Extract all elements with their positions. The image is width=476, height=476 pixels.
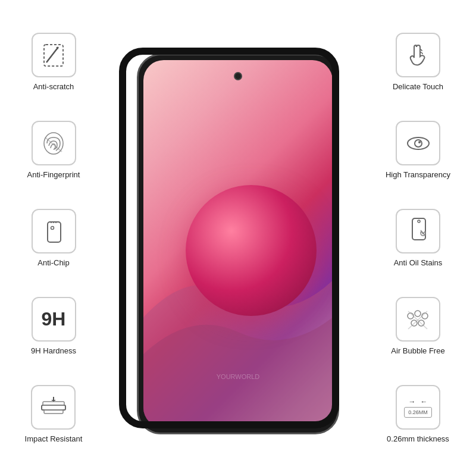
svg-rect-5	[48, 222, 61, 242]
arrow-right: ←	[420, 397, 427, 406]
high-transparency-icon-box	[396, 121, 440, 165]
9h-hardness-label: 9H Hardness	[31, 346, 76, 355]
feature-high-transparency: High Transparency	[386, 121, 450, 179]
phone-wrapper: YOURWORLD	[137, 36, 339, 440]
impact-icon	[38, 393, 69, 422]
scratch-icon	[39, 41, 68, 70]
air-bubble-label: Air Bubble Free	[391, 346, 444, 355]
svg-rect-10	[42, 405, 65, 410]
svg-point-17	[418, 141, 421, 143]
svg-point-22	[415, 311, 421, 317]
anti-chip-label: Anti-Chip	[37, 258, 69, 267]
chip-icon	[39, 217, 68, 246]
svg-point-6	[51, 226, 54, 229]
anti-oil-icon-box	[396, 209, 440, 253]
feature-thickness: → ← 0.26MM 0.26mm thickness	[387, 385, 449, 443]
screen-watermark: YOURWORLD	[217, 373, 260, 380]
anti-oil-icon	[404, 216, 433, 247]
9h-hardness-icon-box: 9H	[32, 297, 76, 342]
anti-scratch-label: Anti-scratch	[33, 82, 74, 91]
svg-rect-18	[412, 218, 425, 240]
9h-text: 9H	[42, 308, 66, 330]
thickness-icon-box: → ← 0.26MM	[396, 385, 440, 430]
thickness-arrows: → ←	[408, 397, 427, 406]
anti-fingerprint-label: Anti-Fingerprint	[27, 170, 80, 179]
touch-icon	[403, 41, 432, 70]
impact-resistant-label: Impact Resistant	[25, 434, 83, 443]
left-features: Anti-scratch Anti-Fingerprint	[6, 0, 101, 476]
bubble-icon	[402, 305, 433, 334]
thickness-visual: → ← 0.26MM	[404, 397, 432, 418]
eye-icon	[403, 129, 434, 158]
impact-resistant-icon-box	[31, 385, 76, 430]
arrow-left: →	[408, 397, 415, 406]
svg-point-16	[415, 140, 422, 147]
thickness-label: 0.26mm thickness	[387, 434, 449, 443]
delicate-touch-icon-box	[396, 33, 440, 77]
feature-anti-chip: Anti-Chip	[32, 209, 76, 267]
feature-anti-oil: Anti Oil Stains	[394, 209, 443, 267]
anti-oil-label: Anti Oil Stains	[394, 258, 443, 267]
fingerprint-icon	[39, 129, 68, 158]
anti-chip-icon-box	[32, 209, 76, 253]
air-bubble-icon-box	[396, 297, 440, 342]
screen-orb	[186, 185, 317, 316]
feature-anti-scratch: Anti-scratch	[32, 33, 76, 91]
phone-camera	[234, 72, 242, 80]
high-transparency-label: High Transparency	[386, 170, 450, 179]
feature-anti-fingerprint: Anti-Fingerprint	[27, 121, 80, 179]
right-features: Delicate Touch High Transparency	[366, 0, 470, 476]
feature-impact-resistant: Impact Resistant	[25, 385, 83, 443]
phone-screen: YOURWORLD	[143, 60, 333, 428]
delicate-touch-label: Delicate Touch	[393, 82, 443, 91]
feature-9h-hardness: 9H 9H Hardness	[31, 297, 76, 355]
phone-body: YOURWORLD	[137, 54, 339, 434]
main-container: Anti-scratch Anti-Fingerprint	[0, 0, 476, 476]
anti-fingerprint-icon-box	[32, 121, 76, 165]
anti-scratch-icon-box	[32, 33, 76, 77]
svg-point-19	[418, 220, 420, 223]
svg-line-1	[46, 47, 58, 62]
feature-delicate-touch: Delicate Touch	[393, 33, 443, 91]
feature-air-bubble: Air Bubble Free	[391, 297, 444, 355]
thickness-value-box: 0.26MM	[404, 407, 432, 418]
